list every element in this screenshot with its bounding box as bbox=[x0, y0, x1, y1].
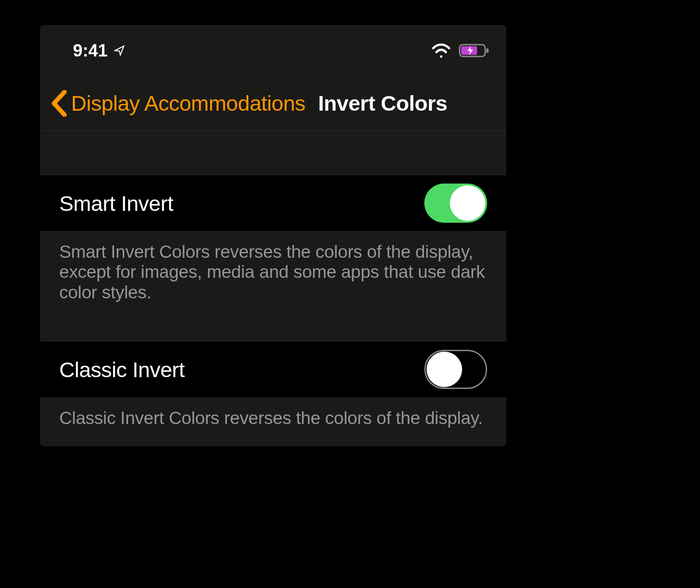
status-time: 9:41 bbox=[73, 41, 108, 61]
toggle-knob bbox=[427, 352, 462, 387]
battery-charging-icon bbox=[459, 43, 490, 58]
smart-invert-description: Smart Invert Colors reverses the colors … bbox=[40, 231, 506, 316]
classic-invert-toggle[interactable] bbox=[424, 350, 487, 389]
back-chevron-icon[interactable] bbox=[51, 90, 67, 117]
smart-invert-label: Smart Invert bbox=[59, 191, 173, 216]
wifi-icon bbox=[432, 43, 451, 58]
toggle-knob bbox=[450, 185, 485, 221]
status-bar: 9:41 bbox=[40, 25, 506, 76]
settings-screen: 9:41 bbox=[40, 25, 506, 446]
classic-invert-description: Classic Invert Colors reverses the color… bbox=[40, 397, 506, 442]
classic-invert-label: Classic Invert bbox=[59, 357, 185, 382]
classic-invert-row: Classic Invert bbox=[40, 342, 506, 397]
smart-invert-row: Smart Invert bbox=[40, 175, 506, 231]
location-icon bbox=[114, 45, 126, 56]
nav-bar: Display Accommodations Invert Colors bbox=[40, 76, 506, 131]
back-button-label[interactable]: Display Accommodations bbox=[71, 91, 305, 116]
svg-rect-2 bbox=[486, 48, 489, 53]
status-right bbox=[432, 43, 490, 58]
section-spacer bbox=[40, 316, 506, 342]
section-spacer bbox=[40, 131, 506, 175]
page-title: Invert Colors bbox=[318, 91, 447, 116]
smart-invert-toggle[interactable] bbox=[424, 184, 487, 223]
status-left: 9:41 bbox=[73, 41, 126, 61]
